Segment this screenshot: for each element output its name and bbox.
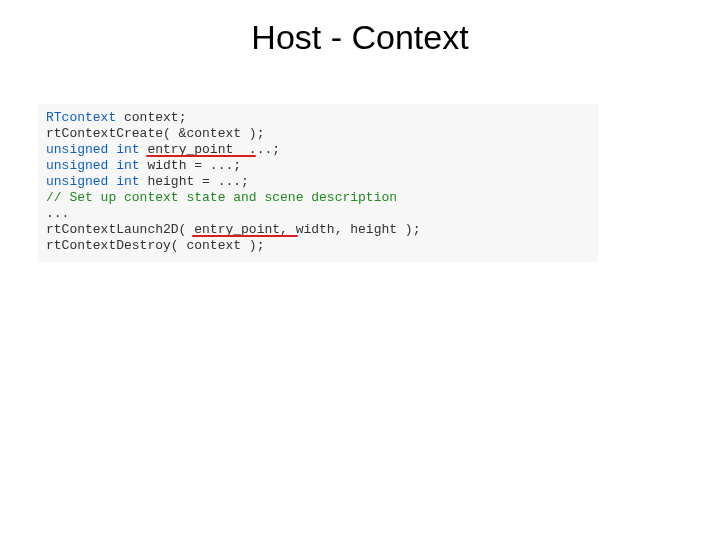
- code-line: ...: [46, 206, 69, 221]
- code-block: RTcontext context; rtContextCreate( &con…: [38, 104, 598, 262]
- code-token: unsigned: [46, 174, 108, 189]
- code-token: height = ...;: [140, 174, 249, 189]
- underline-entry-point-decl: [146, 155, 256, 157]
- underline-entry-point-launch: [192, 235, 298, 237]
- code-token: int: [116, 158, 139, 173]
- code-token: unsigned: [46, 158, 108, 173]
- title-text: Host - Context: [251, 18, 468, 56]
- code-token: RTcontext: [46, 110, 116, 125]
- page-title: Host - Context: [0, 18, 720, 57]
- code-token: context;: [116, 110, 186, 125]
- code-token: width = ...;: [140, 158, 241, 173]
- code-line: rtContextDestroy( context );: [46, 238, 264, 253]
- code-token: int: [116, 174, 139, 189]
- slide: Host - Context RTcontext context; rtCont…: [0, 0, 720, 540]
- code-comment: // Set up context state and scene descri…: [46, 190, 397, 205]
- code-token: int: [116, 142, 139, 157]
- code-token: unsigned: [46, 142, 108, 157]
- code-line: rtContextCreate( &context );: [46, 126, 264, 141]
